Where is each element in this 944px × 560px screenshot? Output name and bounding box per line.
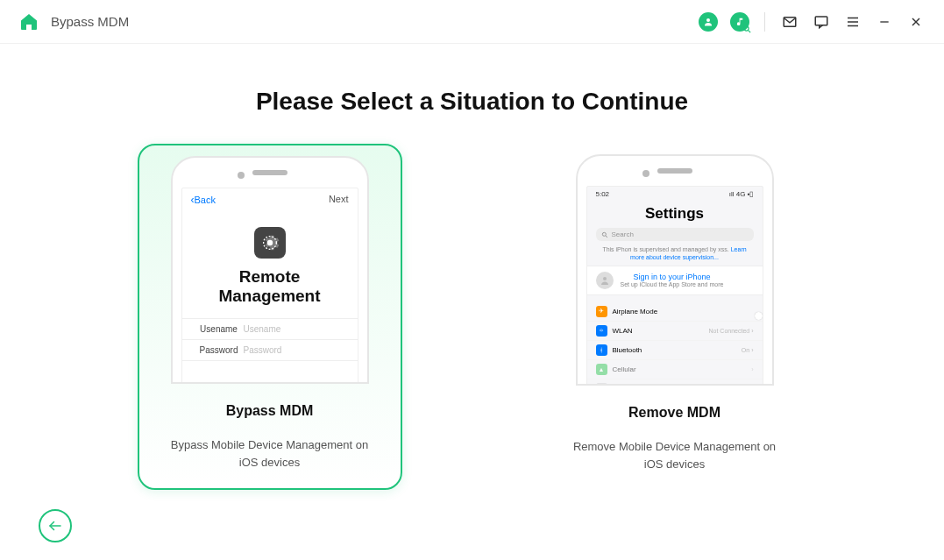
feedback-icon[interactable] xyxy=(811,11,832,32)
row-wlan: ⌔ WLAN Not Connected › xyxy=(587,322,763,341)
svg-point-1 xyxy=(744,26,749,31)
faded-icon xyxy=(596,383,607,386)
mail-icon[interactable] xyxy=(779,11,800,32)
minimize-button[interactable] xyxy=(874,11,895,32)
window-controls-group xyxy=(698,11,926,32)
phone-camera-dot xyxy=(642,170,649,177)
menu-icon[interactable] xyxy=(842,11,863,32)
svg-line-2 xyxy=(749,30,751,32)
option-bypass-mdm[interactable]: ‹Back Next RemoteManagement Usename Usen… xyxy=(138,144,402,490)
password-field: Password Password xyxy=(182,339,358,361)
gear-icon xyxy=(254,227,286,259)
option-remove-title: Remove MDM xyxy=(628,405,720,421)
remote-management-title: RemoteManagement xyxy=(182,267,358,306)
svg-point-15 xyxy=(603,277,607,280)
phone-screen-settings: 5:02 ıll 4G ▪▯ Settings Search This iPho… xyxy=(586,186,763,386)
phone-speaker xyxy=(252,170,287,175)
phone-mock-bypass: ‹Back Next RemoteManagement Usename Usen… xyxy=(171,156,369,384)
cards-row: ‹Back Next RemoteManagement Usename Usen… xyxy=(0,144,944,490)
svg-line-14 xyxy=(606,236,607,237)
wifi-icon: ⌔ xyxy=(596,325,607,337)
row-bluetooth: ᚼ Bluetooth On › xyxy=(587,341,763,360)
svg-rect-4 xyxy=(815,17,827,25)
svg-point-0 xyxy=(706,18,710,22)
signin-row: Sign in to your iPhone Set up iCloud the… xyxy=(587,266,763,295)
music-icon[interactable] xyxy=(729,11,750,32)
nav-back-label: ‹Back xyxy=(191,194,216,206)
phone-screen-remote-management: ‹Back Next RemoteManagement Usename Usen… xyxy=(181,188,358,384)
nav-next-label: Next xyxy=(329,194,349,206)
cellular-icon: ▲ xyxy=(596,364,607,375)
bluetooth-icon: ᚼ xyxy=(596,344,607,356)
airplane-icon: ✈ xyxy=(596,306,607,317)
divider xyxy=(764,12,765,32)
status-time: 5:02 xyxy=(596,190,610,198)
page-title: Bypass MDM xyxy=(51,14,129,29)
phone-camera-dot xyxy=(238,172,245,179)
settings-list: ✈ Airplane Mode ⌔ WLAN Not Connected › ᚼ… xyxy=(587,302,763,386)
page-heading: Please Select a Situation to Continue xyxy=(0,88,944,116)
settings-heading: Settings xyxy=(587,200,763,228)
close-button[interactable] xyxy=(905,11,926,32)
username-field: Usename Usename xyxy=(182,318,358,339)
main-content: Please Select a Situation to Continue ‹B… xyxy=(0,44,944,560)
account-icon[interactable] xyxy=(698,11,719,32)
phone-speaker xyxy=(657,168,692,174)
phone-mock-remove: 5:02 ıll 4G ▪▯ Settings Search This iPho… xyxy=(576,154,774,386)
supervision-notice: This iPhon is supervised and managed by … xyxy=(587,246,763,266)
option-bypass-title: Bypass MDM xyxy=(226,403,314,419)
back-button[interactable] xyxy=(39,509,72,542)
option-bypass-desc: Bypass Mobile Device Management on iOS d… xyxy=(150,436,390,471)
row-cellular: ▲ Cellular › xyxy=(587,360,763,379)
title-bar: Bypass MDM xyxy=(0,0,944,44)
avatar-icon xyxy=(596,272,614,289)
svg-point-13 xyxy=(602,232,606,236)
option-remove-desc: Remove Mobile Device Management on iOS d… xyxy=(553,438,797,472)
option-remove-mdm[interactable]: 5:02 ıll 4G ▪▯ Settings Search This iPho… xyxy=(543,144,807,490)
status-signal: ıll 4G ▪▯ xyxy=(729,190,754,198)
home-icon[interactable] xyxy=(18,11,40,33)
row-airplane: ✈ Airplane Mode xyxy=(587,302,763,322)
svg-point-12 xyxy=(266,240,272,245)
row-faded xyxy=(587,379,763,386)
settings-search: Search xyxy=(596,228,754,241)
